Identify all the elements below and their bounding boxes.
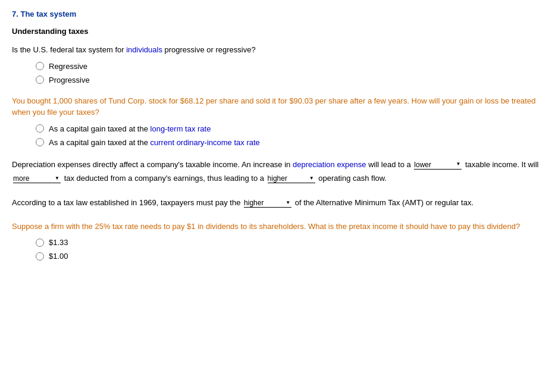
question-3: Depreciation expenses directly affect a … bbox=[12, 158, 540, 186]
q2-label-longterm: As a capital gain taxed at the long-term… bbox=[49, 124, 211, 133]
question-1-text: Is the U.S. federal tax system for indiv… bbox=[12, 44, 540, 56]
question-5-text: Suppose a firm with the 25% tax rate nee… bbox=[12, 221, 540, 233]
q2-highlight-longterm: long-term tax rate bbox=[150, 124, 211, 133]
q3-dropdown2[interactable]: more less bbox=[13, 174, 58, 183]
q3-dropdown1-wrapper: lower higher bbox=[414, 161, 462, 170]
question-2: You bought 1,000 shares of Tund Corp. st… bbox=[12, 95, 540, 147]
q5-radio-133[interactable] bbox=[36, 239, 44, 247]
q5-label-100: $1.00 bbox=[49, 252, 68, 261]
q1-label-progressive: Progressive bbox=[49, 76, 90, 84]
q3-text-2: taxable income. It will bbox=[465, 160, 539, 169]
q1-option-regressive[interactable]: Regressive bbox=[36, 62, 540, 71]
q3-text-3: tax deducted from a company's earnings, … bbox=[64, 174, 266, 183]
q3-dropdown3-wrapper: higher lower bbox=[268, 174, 315, 183]
question-2-text: You bought 1,000 shares of Tund Corp. st… bbox=[12, 95, 540, 118]
q1-radio-progressive[interactable] bbox=[36, 76, 44, 84]
q4-dropdown-wrapper: higher lower bbox=[244, 199, 291, 208]
q3-dropdown3[interactable]: higher lower bbox=[268, 174, 312, 183]
question-5: Suppose a firm with the 25% tax rate nee… bbox=[12, 221, 540, 261]
q2-option-longterm[interactable]: As a capital gain taxed at the long-term… bbox=[36, 124, 540, 133]
q2-highlight-ordinary: current ordinary-income tax rate bbox=[150, 138, 260, 147]
q1-option-progressive[interactable]: Progressive bbox=[36, 76, 540, 84]
subsection-title: Understanding taxes bbox=[12, 27, 540, 36]
q3-text-1: Depreciation expenses directly affect a … bbox=[12, 160, 413, 169]
question-4: According to a tax law established in 19… bbox=[12, 196, 540, 209]
q4-text-before: According to a tax law established in 19… bbox=[12, 198, 243, 207]
q3-text-4: operating cash flow. bbox=[318, 174, 387, 183]
q1-highlight: individuals bbox=[126, 45, 162, 54]
q2-label-ordinary: As a capital gain taxed at the current o… bbox=[49, 138, 260, 147]
q5-label-133: $1.33 bbox=[49, 238, 68, 247]
q5-option-133[interactable]: $1.33 bbox=[36, 238, 540, 247]
q3-highlight-depreciation: depreciation expense bbox=[293, 160, 366, 169]
q2-option-ordinary[interactable]: As a capital gain taxed at the current o… bbox=[36, 138, 540, 147]
section-title: 7. The tax system bbox=[12, 10, 540, 18]
q2-radio-ordinary[interactable] bbox=[36, 138, 44, 146]
q4-dropdown[interactable]: higher lower bbox=[244, 199, 288, 207]
question-1: Is the U.S. federal tax system for indiv… bbox=[12, 44, 540, 84]
q3-dropdown1[interactable]: lower higher bbox=[414, 161, 459, 169]
q3-dropdown2-wrapper: more less bbox=[13, 174, 61, 183]
q1-label-regressive: Regressive bbox=[49, 62, 87, 71]
q5-option-100[interactable]: $1.00 bbox=[36, 252, 540, 261]
q2-radio-longterm[interactable] bbox=[36, 124, 44, 133]
q4-text-after: of the Alternative Minimum Tax (AMT) or … bbox=[295, 198, 473, 207]
q1-radio-regressive[interactable] bbox=[36, 62, 44, 70]
q5-radio-100[interactable] bbox=[36, 252, 44, 261]
